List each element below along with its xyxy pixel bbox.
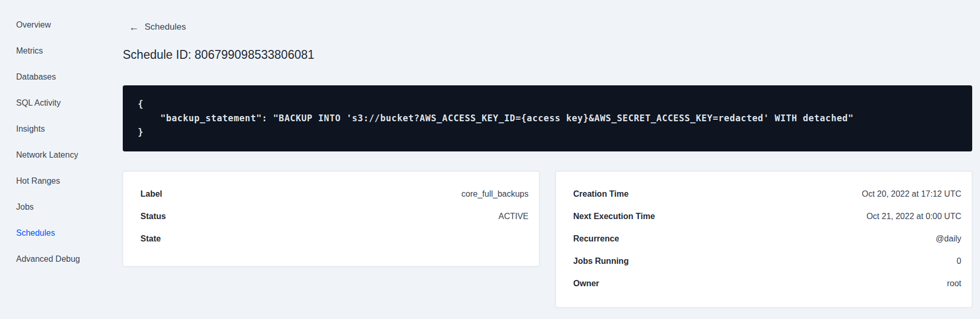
summary-row-label: Label core_full_backups bbox=[140, 183, 528, 206]
back-link-label: Schedules bbox=[145, 22, 186, 32]
summary-value: ACTIVE bbox=[498, 212, 528, 221]
summary-row-state: State bbox=[140, 228, 528, 250]
summary-label: Jobs Running bbox=[573, 257, 629, 266]
sidebar-item-databases[interactable]: Databases bbox=[0, 64, 123, 90]
back-to-schedules-link[interactable]: ← Schedules bbox=[123, 22, 186, 32]
sidebar-item-hot-ranges[interactable]: Hot Ranges bbox=[0, 168, 123, 194]
main-content: ← Schedules Schedule ID: 806799098533806… bbox=[123, 0, 980, 319]
page-title: Schedule ID: 806799098533806081 bbox=[123, 47, 972, 62]
summary-row-next-execution-time: Next Execution Time Oct 21, 2022 at 0:00… bbox=[573, 206, 961, 228]
schedule-timing-card: Creation Time Oct 20, 2022 at 17:12 UTC … bbox=[556, 171, 972, 308]
arrow-left-icon: ← bbox=[129, 22, 139, 32]
summary-cards: Label core_full_backups Status ACTIVE St… bbox=[123, 171, 972, 308]
sidebar-item-metrics[interactable]: Metrics bbox=[0, 38, 123, 64]
summary-value: 0 bbox=[957, 257, 961, 266]
summary-value: Oct 21, 2022 at 0:00 UTC bbox=[867, 212, 961, 221]
code-line: } bbox=[138, 125, 957, 139]
summary-row-recurrence: Recurrence @daily bbox=[573, 228, 961, 250]
summary-value: core_full_backups bbox=[461, 189, 528, 199]
sidebar: Overview Metrics Databases SQL Activity … bbox=[0, 0, 123, 319]
sidebar-item-network-latency[interactable]: Network Latency bbox=[0, 142, 123, 168]
sidebar-item-schedules[interactable]: Schedules bbox=[0, 220, 123, 246]
summary-value: @daily bbox=[936, 234, 961, 244]
summary-row-status: Status ACTIVE bbox=[140, 206, 528, 228]
summary-row-owner: Owner root bbox=[573, 273, 961, 295]
sidebar-item-sql-activity[interactable]: SQL Activity bbox=[0, 90, 123, 116]
summary-label: Recurrence bbox=[573, 234, 619, 244]
schedule-definition-code-block: { "backup_statement": "BACKUP INTO 's3:/… bbox=[123, 85, 972, 151]
sidebar-item-insights[interactable]: Insights bbox=[0, 116, 123, 142]
code-line: { bbox=[138, 97, 957, 111]
summary-label: State bbox=[140, 234, 161, 244]
summary-label: Creation Time bbox=[573, 189, 628, 199]
schedule-summary-card: Label core_full_backups Status ACTIVE St… bbox=[123, 171, 539, 266]
summary-value: Oct 20, 2022 at 17:12 UTC bbox=[862, 189, 961, 199]
summary-row-jobs-running: Jobs Running 0 bbox=[573, 250, 961, 273]
sidebar-item-advanced-debug[interactable]: Advanced Debug bbox=[0, 246, 123, 272]
summary-label: Status bbox=[140, 212, 166, 221]
sidebar-item-overview[interactable]: Overview bbox=[0, 12, 123, 38]
summary-label: Label bbox=[140, 189, 162, 199]
sidebar-item-jobs[interactable]: Jobs bbox=[0, 194, 123, 220]
summary-label: Owner bbox=[573, 279, 599, 288]
summary-row-creation-time: Creation Time Oct 20, 2022 at 17:12 UTC bbox=[573, 183, 961, 206]
summary-value: root bbox=[947, 279, 961, 288]
code-line: "backup_statement": "BACKUP INTO 's3://b… bbox=[138, 111, 957, 125]
summary-label: Next Execution Time bbox=[573, 212, 655, 221]
